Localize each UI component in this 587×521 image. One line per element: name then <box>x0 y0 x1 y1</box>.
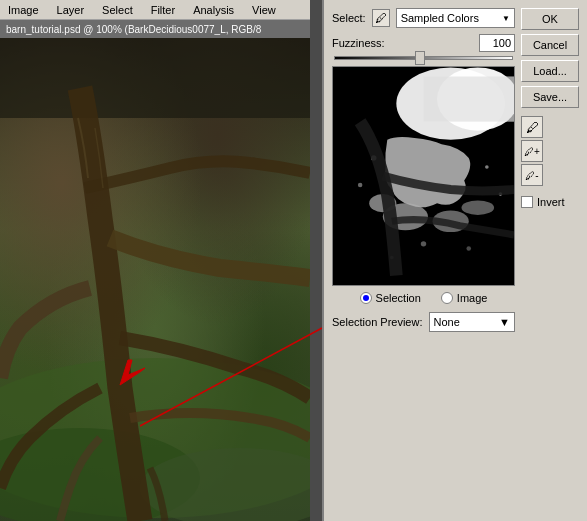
dialog-panel: Select: 🖊 Sampled Colors ▼ Fuzziness: 10… <box>322 0 587 521</box>
image-area <box>0 0 310 521</box>
eyedropper-subtract-icon: 🖊- <box>525 170 538 181</box>
menu-layer[interactable]: Layer <box>53 2 89 18</box>
photo-background <box>0 38 310 521</box>
invert-checkbox[interactable] <box>521 196 533 208</box>
fuzziness-slider-track[interactable] <box>334 56 513 60</box>
svg-rect-0 <box>0 38 310 118</box>
selection-preview-image <box>332 66 515 286</box>
preview-label: Selection Preview: <box>332 316 423 328</box>
svg-point-17 <box>358 183 363 188</box>
svg-point-19 <box>421 241 426 246</box>
fuzziness-slider-thumb[interactable] <box>415 51 425 65</box>
menu-bar: Image Layer Select Filter Analysis View <box>0 0 310 20</box>
eyedropper-subtract-button[interactable]: 🖊- <box>521 164 543 186</box>
menu-analysis[interactable]: Analysis <box>189 2 238 18</box>
select-dropdown[interactable]: Sampled Colors ▼ <box>396 8 515 28</box>
preview-row: Selection Preview: None ▼ <box>332 312 515 332</box>
eyedropper-normal-button[interactable]: 🖊 <box>521 116 543 138</box>
radio-image-label: Image <box>457 292 488 304</box>
svg-point-14 <box>462 200 495 214</box>
invert-label: Invert <box>537 196 565 208</box>
eyedropper-select-icon[interactable]: 🖊 <box>372 9 390 27</box>
fuzziness-label: Fuzziness: <box>332 37 385 49</box>
preview-dropdown-value: None <box>434 316 460 328</box>
radio-selection-label: Selection <box>376 292 421 304</box>
select-dropdown-arrow: ▼ <box>502 14 510 23</box>
preview-dropdown[interactable]: None ▼ <box>429 312 516 332</box>
svg-point-20 <box>466 246 471 251</box>
preview-dropdown-arrow: ▼ <box>499 316 510 328</box>
fuzziness-slider-container <box>332 56 515 60</box>
menu-filter[interactable]: Filter <box>147 2 179 18</box>
select-dropdown-value: Sampled Colors <box>401 12 479 24</box>
menu-view[interactable]: View <box>248 2 280 18</box>
svg-rect-10 <box>424 76 515 121</box>
menu-image[interactable]: Image <box>4 2 43 18</box>
eyedropper-add-button[interactable]: 🖊+ <box>521 140 543 162</box>
fuzziness-value[interactable]: 100 <box>479 34 515 52</box>
eyedropper-add-icon: 🖊+ <box>524 146 540 157</box>
eyedropper-normal-icon: 🖊 <box>526 120 539 135</box>
select-label: Select: <box>332 12 366 24</box>
load-button[interactable]: Load... <box>521 60 579 82</box>
menu-select[interactable]: Select <box>98 2 137 18</box>
title-text: barn_tutorial.psd @ 100% (BarkDecidious0… <box>6 24 261 35</box>
title-bar: barn_tutorial.psd @ 100% (BarkDecidious0… <box>0 20 310 38</box>
save-button[interactable]: Save... <box>521 86 579 108</box>
radio-image-circle[interactable] <box>441 292 453 304</box>
red-arrow-indicator <box>100 340 160 400</box>
radio-selection[interactable]: Selection <box>360 292 421 304</box>
eyedropper-glyph: 🖊 <box>375 11 387 25</box>
cancel-button[interactable]: Cancel <box>521 34 579 56</box>
radio-row: Selection Image <box>332 292 515 304</box>
radio-selection-circle[interactable] <box>360 292 372 304</box>
svg-marker-5 <box>120 360 145 385</box>
radio-image[interactable]: Image <box>441 292 488 304</box>
select-row: Select: 🖊 Sampled Colors ▼ <box>332 8 515 28</box>
svg-point-16 <box>485 165 489 169</box>
fuzziness-row: Fuzziness: 100 <box>332 34 515 52</box>
invert-row: Invert <box>521 196 579 208</box>
ok-button[interactable]: OK <box>521 8 579 30</box>
